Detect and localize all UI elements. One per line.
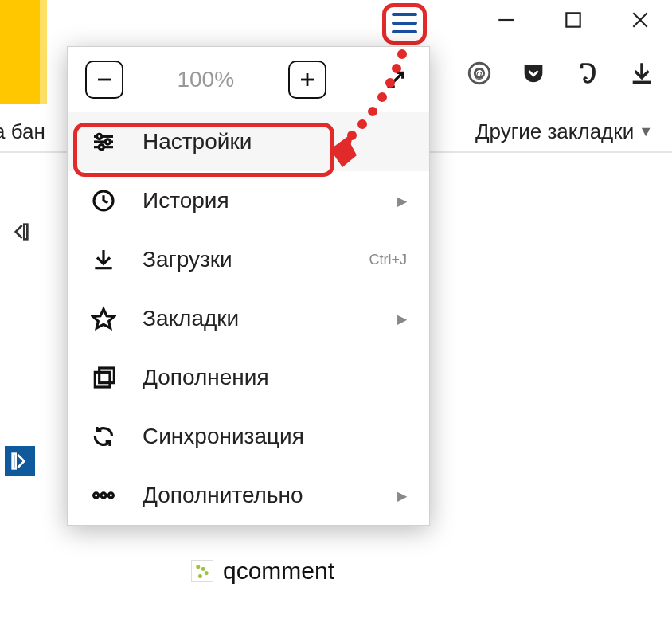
submenu-indicator-icon: ▶ — [397, 194, 407, 209]
menu-item-label: Дополнительно — [143, 483, 303, 508]
svg-marker-24 — [93, 309, 115, 328]
hamburger-menu-button[interactable] — [389, 10, 420, 37]
svg-point-19 — [105, 139, 110, 144]
zoom-out-button[interactable] — [85, 61, 123, 99]
menu-item-shortcut: Ctrl+J — [369, 252, 407, 268]
fullscreen-button[interactable] — [380, 64, 412, 96]
tab-favicon — [191, 560, 213, 582]
main-menu-dropdown: 100% Настройки История ▶ Загрузки Ctrl+J… — [67, 46, 430, 526]
zoom-level-label: 100% — [177, 67, 234, 92]
svg-line-14 — [389, 72, 403, 87]
menu-item-settings[interactable]: Настройки — [68, 112, 429, 171]
window-controls — [475, 0, 672, 40]
background-tab[interactable]: qcomment — [191, 558, 334, 585]
menu-item-bookmarks[interactable]: Закладки ▶ — [68, 289, 429, 348]
submenu-indicator-icon: ▶ — [397, 311, 407, 327]
svg-rect-1 — [566, 13, 580, 26]
history-icon — [90, 187, 117, 214]
menu-item-history[interactable]: История ▶ — [68, 171, 429, 230]
menu-item-label: Закладки — [143, 306, 239, 331]
other-bookmarks-label: Другие закладки — [475, 119, 634, 144]
menu-item-label: Синхронизация — [143, 424, 304, 449]
download-toolbar-icon[interactable] — [626, 57, 658, 89]
close-button[interactable] — [624, 4, 656, 36]
zoom-in-button[interactable] — [288, 61, 326, 99]
download-icon — [90, 246, 117, 273]
svg-rect-10 — [13, 454, 16, 469]
svg-point-20 — [99, 145, 104, 150]
chevron-down-icon: ▼ — [639, 123, 653, 140]
left-panel-stub — [0, 159, 42, 626]
pocket-icon[interactable] — [518, 57, 549, 89]
svg-point-29 — [108, 493, 113, 498]
bookmark-item-fragment[interactable]: а бан — [0, 119, 45, 144]
svg-point-27 — [94, 493, 99, 498]
zoom-row: 100% — [68, 47, 429, 112]
addons-icon — [90, 364, 117, 391]
panel-expand-active-icon[interactable] — [5, 446, 35, 476]
minimize-button[interactable] — [490, 4, 522, 36]
star-icon — [90, 305, 117, 332]
sync-icon — [90, 423, 117, 450]
menu-item-addons[interactable]: Дополнения — [68, 348, 429, 407]
menu-item-more[interactable]: Дополнительно ▶ — [68, 466, 429, 525]
svg-point-18 — [97, 134, 102, 139]
submenu-indicator-icon: ▶ — [397, 488, 407, 503]
menu-item-sync[interactable]: Синхронизация — [68, 407, 429, 466]
menu-item-label: История — [143, 188, 229, 213]
menu-item-label: Загрузки — [143, 247, 232, 272]
evernote-icon[interactable] — [572, 57, 604, 89]
menu-item-label: Дополнения — [143, 365, 269, 390]
other-bookmarks-button[interactable]: Другие закладки ▼ — [475, 119, 653, 144]
more-icon — [90, 482, 117, 509]
toolbar-extension-icons: @ — [463, 57, 658, 89]
tab-title: qcomment — [223, 558, 334, 585]
svg-rect-9 — [24, 225, 27, 240]
maximize-button[interactable] — [557, 4, 589, 36]
tab-accent-thin — [40, 0, 47, 104]
settings-icon — [90, 128, 117, 155]
target-icon[interactable]: @ — [463, 57, 495, 89]
svg-rect-26 — [100, 368, 115, 383]
svg-text:@: @ — [474, 68, 485, 80]
tab-accent-thick — [0, 0, 40, 104]
menu-item-downloads[interactable]: Загрузки Ctrl+J — [68, 230, 429, 289]
panel-collapse-icon[interactable] — [5, 217, 35, 247]
menu-item-label: Настройки — [143, 129, 252, 155]
svg-point-28 — [101, 493, 106, 498]
svg-rect-25 — [95, 372, 110, 387]
